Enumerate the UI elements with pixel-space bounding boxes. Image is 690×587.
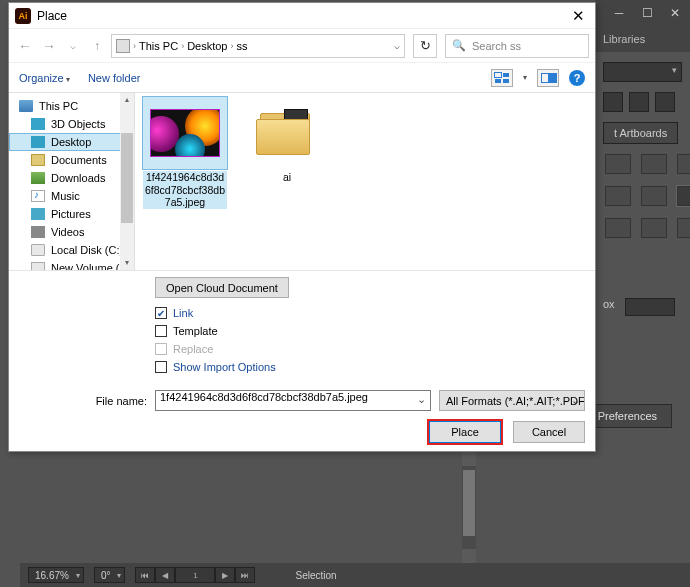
sidebar-item-documents[interactable]: Documents — [9, 151, 134, 169]
ico-vid-icon — [31, 226, 45, 238]
breadcrumb[interactable]: › This PC › Desktop › ss ⌵ — [111, 34, 405, 58]
file-list: 1f4241964c8d3d6f8cd78cbcf38db7a5.jpegai — [135, 93, 595, 270]
sidebar-item-downloads[interactable]: Downloads — [9, 169, 134, 187]
filename-input[interactable]: 1f4241964c8d3d6f8cd78cbcf38db7a5.jpeg — [155, 390, 431, 411]
align-icon-3[interactable] — [677, 154, 690, 174]
ox-label: ox — [603, 298, 615, 316]
panel-dropdown[interactable] — [603, 62, 682, 82]
sidebar-item-videos[interactable]: Videos — [9, 223, 134, 241]
sidebar-item-this-pc[interactable]: This PC — [9, 97, 134, 115]
organize-menu[interactable]: Organize — [19, 72, 70, 84]
dialog-title: Place — [37, 9, 67, 23]
status-selection: Selection — [295, 570, 336, 581]
breadcrumb-ss[interactable]: ss — [236, 40, 247, 52]
show-import-options-checkbox[interactable] — [155, 361, 167, 373]
view-preview-pane-button[interactable] — [537, 69, 559, 87]
show-import-options-label: Show Import Options — [173, 361, 276, 373]
align-icon-4[interactable] — [605, 186, 631, 206]
align-icon-5[interactable] — [641, 186, 667, 206]
breadcrumb-pc[interactable]: This PC — [139, 40, 178, 52]
align-icon-8[interactable] — [641, 218, 667, 238]
nav-up-button[interactable]: ↑ — [87, 36, 107, 56]
ico-music-icon — [31, 190, 45, 202]
file-item[interactable]: 1f4241964c8d3d6f8cd78cbcf38db7a5.jpeg — [143, 97, 227, 209]
ico-desk-icon — [31, 136, 45, 148]
align-icon-9[interactable] — [677, 218, 690, 238]
open-cloud-document-button[interactable]: Open Cloud Document — [155, 277, 289, 298]
ico-diskD-icon — [31, 262, 45, 270]
app-minimize-button[interactable]: ─ — [608, 4, 630, 22]
panel-tab-libraries[interactable]: Libraries — [595, 26, 690, 52]
artboard-nav[interactable]: ⏮◀1▶⏭ — [135, 567, 255, 583]
sidebar-item-music[interactable]: Music — [9, 187, 134, 205]
ico-pic-icon — [31, 208, 45, 220]
panel-small-button-3[interactable] — [655, 92, 675, 112]
ico-dl-icon — [31, 172, 45, 184]
sidebar-scrollbar[interactable]: ▴▾ — [120, 93, 134, 270]
view-thumbnails-button[interactable] — [491, 69, 513, 87]
zoom-level[interactable]: 16.67% — [28, 567, 84, 583]
replace-checkbox — [155, 343, 167, 355]
nav-back-button[interactable]: ← — [15, 36, 35, 56]
image-thumbnail — [150, 109, 220, 157]
sidebar-tree: ▴▾ This PC3D ObjectsDesktopDocumentsDown… — [9, 93, 135, 270]
sidebar-item-3d-objects[interactable]: 3D Objects — [9, 115, 134, 133]
libraries-panel: Libraries t Artboards ox — [595, 26, 690, 547]
pc-icon — [116, 39, 130, 53]
sidebar-item-new-volume-d-[interactable]: New Volume (D: — [9, 259, 134, 270]
link-label: Link — [173, 307, 193, 319]
place-dialog: Ai Place ✕ ← → ⌵ ↑ › This PC › Desktop ›… — [8, 2, 596, 452]
search-icon: 🔍 — [452, 39, 466, 52]
file-item[interactable]: ai — [245, 97, 329, 184]
sidebar-item-pictures[interactable]: Pictures — [9, 205, 134, 223]
folder-icon — [256, 109, 318, 157]
template-checkbox[interactable] — [155, 325, 167, 337]
ox-dropdown[interactable] — [625, 298, 675, 316]
app-close-button[interactable]: ✕ — [664, 4, 686, 22]
panel-small-button-1[interactable] — [603, 92, 623, 112]
align-icon-1[interactable] — [605, 154, 631, 174]
ico-pc-icon — [19, 100, 33, 112]
nav-forward-button[interactable]: → — [39, 36, 59, 56]
filename-label: File name: — [19, 395, 147, 407]
document-vertical-scrollbar[interactable] — [462, 452, 476, 563]
ico-3d-icon — [31, 118, 45, 130]
help-button[interactable]: ? — [569, 70, 585, 86]
nav-recent-button[interactable]: ⌵ — [63, 36, 83, 56]
align-icon-2[interactable] — [641, 154, 667, 174]
search-input[interactable]: 🔍 Search ss — [445, 34, 589, 58]
sidebar-item-local-disk-c-[interactable]: Local Disk (C:) — [9, 241, 134, 259]
sidebar-item-desktop[interactable]: Desktop — [9, 133, 134, 151]
ico-doc-icon — [31, 154, 45, 166]
breadcrumb-desktop[interactable]: Desktop — [187, 40, 227, 52]
preferences-button[interactable]: Preferences — [583, 404, 672, 428]
rotation[interactable]: 0° — [94, 567, 126, 583]
app-maximize-button[interactable]: ☐ — [636, 4, 658, 22]
cancel-button[interactable]: Cancel — [513, 421, 585, 443]
new-folder-button[interactable]: New folder — [88, 72, 141, 84]
panel-small-button-2[interactable] — [629, 92, 649, 112]
align-icon-7[interactable] — [605, 218, 631, 238]
align-icon-6[interactable] — [677, 186, 690, 206]
file-name: 1f4241964c8d3d6f8cd78cbcf38db7a5.jpeg — [143, 171, 227, 209]
search-placeholder: Search ss — [472, 40, 521, 52]
refresh-button[interactable]: ↻ — [413, 34, 437, 58]
ico-diskC-icon — [31, 244, 45, 256]
status-bar: 16.67% 0° ⏮◀1▶⏭ Selection — [20, 563, 690, 587]
edit-artboards-button[interactable]: t Artboards — [603, 122, 678, 144]
dialog-close-button[interactable]: ✕ — [567, 5, 589, 27]
link-checkbox[interactable]: ✔ — [155, 307, 167, 319]
place-button[interactable]: Place — [429, 421, 501, 443]
illustrator-app-icon: Ai — [15, 8, 31, 24]
replace-label: Replace — [173, 343, 213, 355]
file-filter-dropdown[interactable]: All Formats (*.AI;*.AIT;*.PDF;*.D — [439, 390, 585, 411]
template-label: Template — [173, 325, 218, 337]
file-name: ai — [245, 171, 329, 184]
